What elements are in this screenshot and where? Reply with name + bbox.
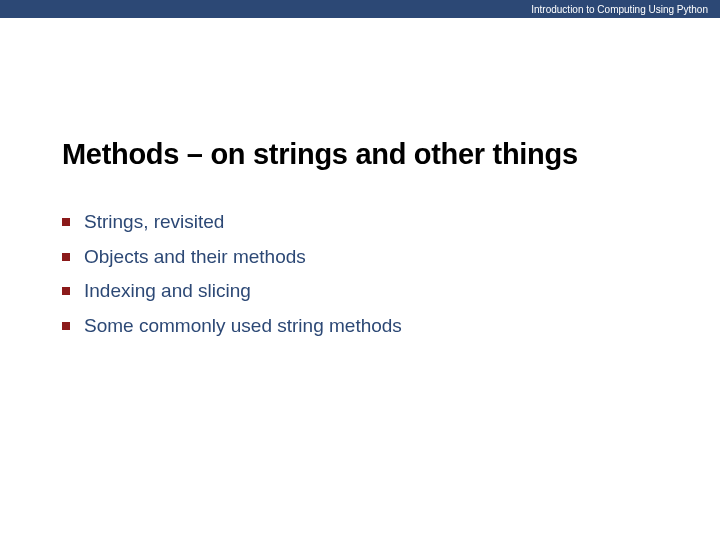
header-bar: Introduction to Computing Using Python: [0, 0, 720, 18]
bullet-text: Objects and their methods: [84, 244, 306, 270]
list-item: Objects and their methods: [62, 244, 658, 270]
bullet-icon: [62, 322, 70, 330]
list-item: Some commonly used string methods: [62, 313, 658, 339]
list-item: Indexing and slicing: [62, 278, 658, 304]
bullet-icon: [62, 253, 70, 261]
list-item: Strings, revisited: [62, 209, 658, 235]
bullet-text: Indexing and slicing: [84, 278, 251, 304]
bullet-icon: [62, 287, 70, 295]
bullet-text: Some commonly used string methods: [84, 313, 402, 339]
bullet-list: Strings, revisited Objects and their met…: [62, 209, 658, 339]
bullet-text: Strings, revisited: [84, 209, 224, 235]
slide-title: Methods – on strings and other things: [62, 138, 658, 171]
slide-content: Methods – on strings and other things St…: [0, 18, 720, 339]
course-title: Introduction to Computing Using Python: [531, 4, 708, 15]
bullet-icon: [62, 218, 70, 226]
